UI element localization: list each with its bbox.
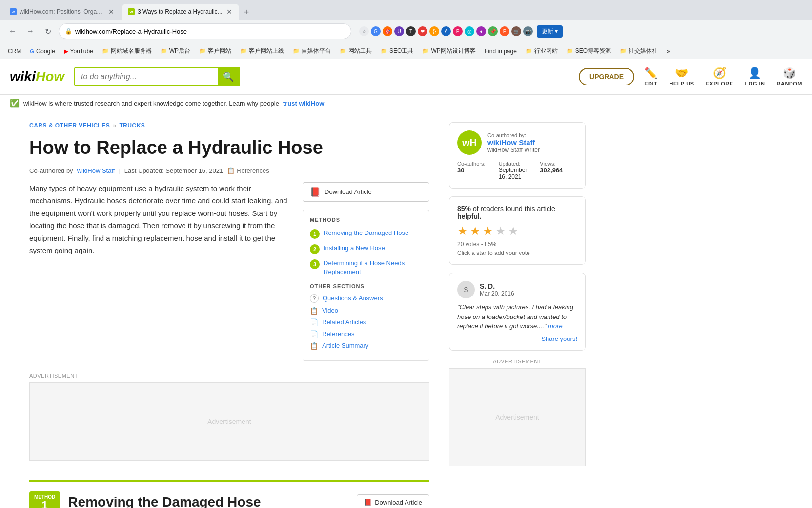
search-input[interactable] bbox=[75, 68, 218, 85]
section-qa-link[interactable]: Questions & Answers bbox=[323, 295, 383, 302]
star-5[interactable]: ★ bbox=[508, 224, 519, 238]
review-more-link[interactable]: more bbox=[548, 322, 563, 330]
extension-icon-4[interactable]: T bbox=[406, 26, 416, 36]
bookmark-domain[interactable]: 📁 网站域名服务器 bbox=[98, 46, 156, 56]
bookmark-youtube[interactable]: ▶ YouTube bbox=[60, 47, 97, 56]
trust-link[interactable]: trust wikiHow bbox=[283, 100, 325, 107]
bookmark-seo-tools[interactable]: 📁 SEO工具 bbox=[377, 46, 417, 56]
tab-2-close[interactable]: ✕ bbox=[225, 8, 233, 16]
nav-random[interactable]: 🎲 RANDOM bbox=[777, 67, 803, 86]
bookmark-google[interactable]: G Google bbox=[26, 47, 59, 56]
section-related-link[interactable]: Related Articles bbox=[322, 318, 366, 326]
coauthored-label: Co-authored by: bbox=[487, 132, 577, 138]
tab-1-close[interactable]: ✕ bbox=[107, 8, 115, 16]
extension-icon-6[interactable]: {} bbox=[429, 26, 439, 36]
url-field[interactable] bbox=[75, 28, 345, 35]
extension-icon-11[interactable]: 📌 bbox=[488, 26, 498, 36]
bookmark-tools[interactable]: 📁 网站工具 bbox=[336, 46, 376, 56]
extension-icon-1[interactable]: G bbox=[371, 26, 381, 36]
article-title: How to Replace a Hydraulic Hose bbox=[29, 137, 429, 159]
upgrade-button[interactable]: UPGRADE bbox=[579, 68, 634, 85]
search-button[interactable]: 🔍 bbox=[218, 68, 239, 85]
star-4[interactable]: ★ bbox=[495, 224, 506, 238]
extension-icon-2[interactable]: 🎯 bbox=[383, 26, 392, 36]
bookmark-wp[interactable]: 📁 WP后台 bbox=[157, 46, 194, 56]
extension-icon-3[interactable]: U bbox=[394, 26, 404, 36]
extension-icon-8[interactable]: P bbox=[453, 26, 463, 36]
nav-explore[interactable]: 🧭 EXPLORE bbox=[706, 67, 733, 86]
views-stat: Views: 302,964 bbox=[540, 161, 577, 180]
nav-login[interactable]: 👤 LOG IN bbox=[745, 67, 765, 86]
wikihow-logo[interactable]: wikiHow bbox=[10, 69, 64, 85]
section-video-link[interactable]: Video bbox=[322, 307, 338, 314]
star-3[interactable]: ★ bbox=[483, 224, 493, 238]
star-2[interactable]: ★ bbox=[470, 224, 481, 238]
search-box[interactable]: 🔍 bbox=[74, 67, 240, 86]
extension-icon-13[interactable]: 🛒 bbox=[511, 26, 521, 36]
breadcrumb-cat2[interactable]: TRUCKS bbox=[119, 122, 145, 129]
nav-help[interactable]: 🤝 HELP US bbox=[670, 67, 694, 86]
author-name[interactable]: wikiHow Staff bbox=[487, 138, 577, 147]
extension-icon-9[interactable]: ◎ bbox=[465, 26, 474, 36]
author-link[interactable]: wikiHow Staff bbox=[77, 167, 115, 174]
bookmark-more[interactable]: » bbox=[663, 47, 674, 56]
forward-button[interactable]: → bbox=[23, 24, 37, 38]
coauthors-stat: Co-authors: 30 bbox=[457, 161, 495, 180]
bookmark-social[interactable]: 📁 社交媒体社 bbox=[616, 46, 662, 56]
star-rating[interactable]: ★ ★ ★ ★ ★ bbox=[457, 224, 577, 238]
bookmark-wp-design[interactable]: 📁 WP网站设计博客 bbox=[418, 46, 479, 56]
extension-icon-7[interactable]: A bbox=[441, 26, 451, 36]
section-references-link[interactable]: References bbox=[322, 330, 354, 338]
bookmark-media-label: 自媒体平台 bbox=[302, 47, 331, 55]
article-layout: Many types of heavy equipment use a hydr… bbox=[29, 182, 429, 361]
section-qa: ? Questions & Answers bbox=[310, 294, 422, 303]
extension-icon-12[interactable]: P bbox=[500, 26, 509, 36]
trust-text: wikiHow is where trusted research and ex… bbox=[23, 100, 279, 107]
bookmark-star-icon[interactable]: ☆ bbox=[359, 26, 369, 36]
address-bar-row: ← → ↻ 🔒 ☆ G 🎯 U T ❤ {} A P ◎ ♦ 📌 P 🛒 📷 更… bbox=[0, 20, 812, 43]
new-tab-button[interactable]: + bbox=[240, 5, 253, 20]
article-meta: Co-authored by wikiHow Staff | Last Upda… bbox=[29, 167, 429, 174]
bookmark-crm-label: CRM bbox=[8, 48, 21, 55]
update-button[interactable]: 更新 ▾ bbox=[537, 25, 563, 38]
extension-icon-14[interactable]: 📷 bbox=[523, 26, 533, 36]
bookmark-find[interactable]: Find in page bbox=[481, 47, 521, 56]
random-icon: 🎲 bbox=[783, 67, 796, 80]
bookmark-client-online[interactable]: 📁 客户网站上线 bbox=[236, 46, 288, 56]
method-download-button[interactable]: 📕 Download Article bbox=[357, 494, 429, 508]
extension-icon-10[interactable]: ♦ bbox=[476, 26, 486, 36]
reviewer-name: S. D. bbox=[480, 282, 514, 290]
bookmark-media[interactable]: 📁 自媒体平台 bbox=[289, 46, 335, 56]
folder-icon-5: 📁 bbox=[293, 48, 300, 54]
star-1[interactable]: ★ bbox=[457, 224, 468, 238]
method-link-1[interactable]: Removing the Damaged Hose bbox=[324, 229, 408, 237]
download-article-button[interactable]: 📕 Download Article bbox=[303, 182, 429, 202]
section-summary-link[interactable]: Article Summary bbox=[322, 342, 368, 349]
folder-icon-10: 📁 bbox=[567, 48, 573, 54]
bookmark-client[interactable]: 📁 客户网站 bbox=[195, 46, 235, 56]
method-link-2[interactable]: Installing a New Hose bbox=[324, 244, 385, 253]
nav-edit[interactable]: ✏️ EDIT bbox=[644, 67, 658, 86]
breadcrumb-cat1[interactable]: CARS & OTHER VEHICLES bbox=[29, 122, 110, 129]
ssl-icon: 🔒 bbox=[65, 28, 72, 35]
section-references: 📄 References bbox=[310, 330, 422, 338]
coauthors-value: 30 bbox=[457, 167, 495, 174]
bookmark-domain-label: 网站域名服务器 bbox=[111, 47, 152, 55]
bookmark-seo-blog[interactable]: 📁 SEO博客资源 bbox=[563, 46, 615, 56]
tab-1[interactable]: w wikiHow.com: Positions, Organ... ✕ bbox=[4, 4, 121, 20]
author-avatar: wH bbox=[457, 130, 482, 155]
bookmark-crm[interactable]: CRM bbox=[4, 47, 25, 56]
tab-2[interactable]: w 3 Ways to Replace a Hydraulic... ✕ bbox=[122, 4, 239, 20]
back-button[interactable]: ← bbox=[6, 24, 20, 38]
extension-icon-5[interactable]: ❤ bbox=[418, 26, 427, 36]
wikihow-header: wikiHow 🔍 UPGRADE ✏️ EDIT 🤝 HELP US 🧭 EX… bbox=[0, 59, 812, 95]
bookmark-industry[interactable]: 📁 行业网站 bbox=[522, 46, 562, 56]
author-avatar-letters: wH bbox=[462, 137, 477, 148]
reload-button[interactable]: ↻ bbox=[41, 24, 55, 38]
address-input[interactable]: 🔒 bbox=[59, 23, 351, 39]
section-video: 📋 Video bbox=[310, 307, 422, 315]
references-link[interactable]: 📋 References bbox=[227, 167, 269, 174]
summary-icon: 📋 bbox=[310, 342, 318, 350]
method-link-3[interactable]: Determining if a Hose Needs Replacement bbox=[324, 259, 422, 276]
share-yours-link[interactable]: Share yours! bbox=[457, 335, 577, 342]
